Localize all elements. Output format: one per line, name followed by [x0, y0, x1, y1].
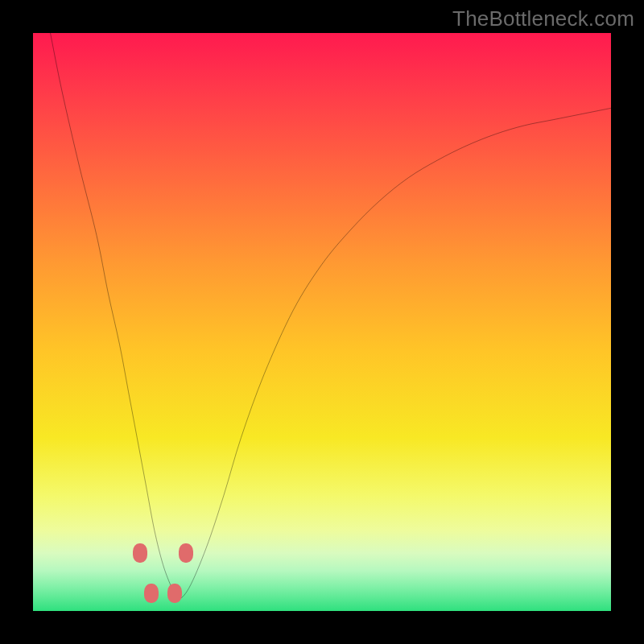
curve-markers: [33, 33, 611, 611]
curve-marker: [133, 543, 147, 563]
watermark-text: TheBottleneck.com: [452, 6, 634, 31]
curve-marker: [179, 543, 193, 563]
curve-marker: [167, 584, 182, 603]
curve-marker: [144, 584, 159, 603]
chart-frame: TheBottleneck.com: [0, 0, 644, 644]
plot-area: [33, 33, 611, 611]
